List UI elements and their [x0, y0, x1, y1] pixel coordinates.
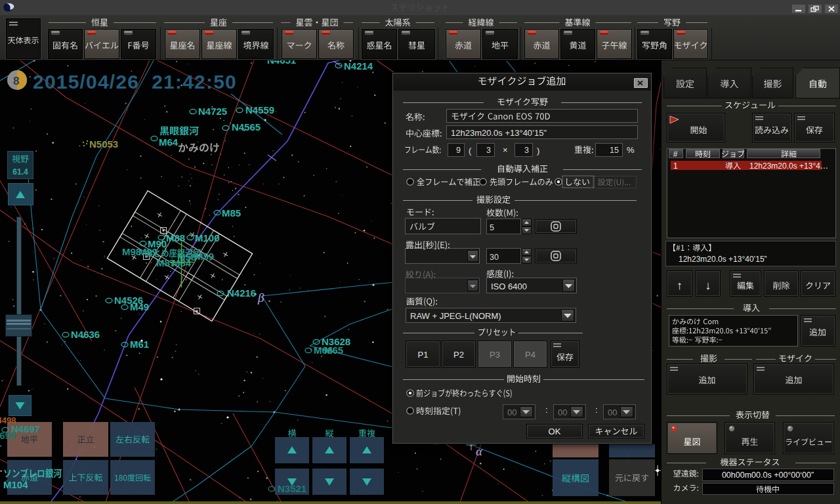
- svg-text:M64: M64: [159, 136, 178, 148]
- svg-text:N4214: N4214: [344, 60, 373, 72]
- svg-text:8: 8: [13, 75, 19, 87]
- svg-text:M100: M100: [195, 232, 220, 243]
- svg-text:M88: M88: [166, 232, 185, 243]
- svg-text:M85: M85: [222, 207, 241, 219]
- svg-text:N4725: N4725: [198, 106, 227, 117]
- svg-text:N4216: N4216: [227, 287, 256, 299]
- svg-text:N4559: N4559: [245, 104, 274, 116]
- svg-text:N4565: N4565: [232, 121, 261, 133]
- svg-text:2015/04/26 21:42:50: 2015/04/26 21:42:50: [33, 71, 237, 93]
- svg-text:N4651: N4651: [267, 60, 296, 66]
- svg-text:N5053: N5053: [89, 138, 118, 150]
- svg-text:M49: M49: [130, 301, 149, 312]
- svg-text:α: α: [476, 444, 483, 458]
- svg-text:M61: M61: [130, 339, 149, 350]
- svg-text:β: β: [257, 291, 264, 304]
- svg-text:M65: M65: [324, 345, 343, 356]
- svg-text:N4636: N4636: [71, 329, 100, 340]
